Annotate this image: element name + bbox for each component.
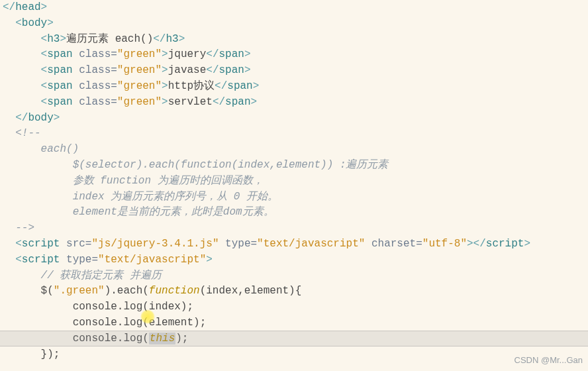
code-line: </body> bbox=[3, 111, 585, 127]
code-line: // 获取指定元素 并遍历 bbox=[3, 268, 585, 284]
code-line: 参数 function 为遍历时的回调函数， bbox=[3, 174, 585, 189]
code-line: </head> bbox=[3, 0, 585, 16]
code-line: element是当前的元素，此时是dom元素。 bbox=[3, 205, 585, 221]
code-line: each() bbox=[3, 142, 585, 158]
comment-text: 参数 function 为遍历时的回调函数， bbox=[73, 175, 264, 187]
code-line: index 为遍历元素的序列号，从 0 开始。 bbox=[3, 189, 585, 205]
span-text: http协议 bbox=[168, 80, 215, 92]
code-line: <span class="green">http协议</span> bbox=[3, 79, 585, 95]
span-text: servlet bbox=[168, 96, 213, 108]
js-comment: // 获取指定元素 并遍历 bbox=[41, 270, 162, 282]
span-text: javase bbox=[168, 64, 207, 76]
comment-text: each() bbox=[41, 143, 79, 155]
code-line: <script type="text/javascript"> bbox=[3, 252, 585, 268]
code-line-current: console.log(this); bbox=[3, 331, 585, 347]
h3-text: 遍历元素 each() bbox=[66, 33, 153, 45]
comment-text: index 为遍历元素的序列号，从 0 开始。 bbox=[73, 191, 278, 203]
code-line: $(selector).each(function(index,element)… bbox=[3, 158, 585, 174]
keyword-this: this bbox=[149, 333, 175, 344]
comment-text: element是当前的元素，此时是dom元素。 bbox=[73, 206, 274, 218]
code-line: <h3>遍历元素 each()</h3> bbox=[3, 32, 585, 48]
code-line: --> bbox=[3, 221, 585, 237]
code-line: <body> bbox=[3, 16, 585, 32]
span-text: jquery bbox=[168, 48, 207, 60]
code-block: </head> <body> <h3>遍历元素 each()</h3> <spa… bbox=[0, 0, 588, 362]
code-line: console.log(element); bbox=[3, 315, 585, 331]
code-line: <span class="green">jquery</span> bbox=[3, 47, 585, 63]
code-line: <script src="js/jquery-3.4.1.js" type="t… bbox=[3, 237, 585, 252]
comment-text: $(selector).each(function(index,element)… bbox=[73, 159, 389, 171]
code-line: $(".green").each(function(index,element)… bbox=[3, 284, 585, 299]
code-line: <!-- bbox=[3, 126, 585, 142]
code-line: <span class="green">javase</span> bbox=[3, 63, 585, 79]
script-src: "js/jquery-3.4.1.js" bbox=[91, 238, 219, 250]
code-line: console.log(index); bbox=[3, 299, 585, 315]
code-line: }); bbox=[3, 347, 585, 363]
code-line: <span class="green">servlet</span> bbox=[3, 95, 585, 111]
watermark: CSDN @Mr...Gan bbox=[514, 352, 583, 368]
